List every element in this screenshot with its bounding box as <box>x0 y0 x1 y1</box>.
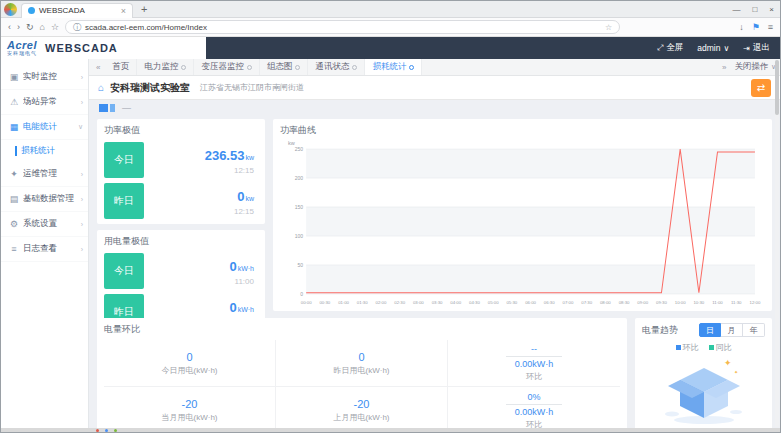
sidebar-item-日志查看[interactable]: ≡日志查看› <box>1 237 88 262</box>
range-switcher: 日月年 <box>699 323 765 337</box>
tab-scroll-right-icon[interactable]: » <box>719 63 729 72</box>
svg-text:✦: ✦ <box>734 369 738 375</box>
menu-icon[interactable]: ≡ <box>768 22 773 32</box>
tab-label: 首页 <box>112 61 129 73</box>
sidebar-item-label: 日志查看 <box>23 243 81 255</box>
collapse-dash[interactable]: — <box>122 103 131 113</box>
tab-close-icon[interactable] <box>247 65 252 70</box>
svg-text:02:30: 02:30 <box>394 300 405 305</box>
tab-电力监控[interactable]: 电力监控 <box>137 59 194 75</box>
monitor-icon: ▣ <box>9 72 19 82</box>
switch-icon: ⇄ <box>757 82 765 93</box>
new-tab-button[interactable]: + <box>141 3 147 15</box>
trend-legend: 环比同比 <box>642 342 765 353</box>
sidebar-item-实时监控[interactable]: ▣实时监控› <box>1 65 88 90</box>
url-text: scada.acrel-eem.com/Home/Index <box>85 23 207 32</box>
cell-value: 0 <box>358 351 364 363</box>
sidebar-item-label: 实时监控 <box>23 71 81 83</box>
cell-label: 上月用电(kW·h) <box>334 412 390 423</box>
power-curve-panel: 功率曲线 050100150200250kw00:0000:3001:0001:… <box>273 119 772 311</box>
svg-text:06:00: 06:00 <box>525 300 536 305</box>
compare-grid: 0今日用电(kW·h)0昨日用电(kW·h)--0.00kW·h环比-20当月用… <box>104 340 620 433</box>
svg-text:03:30: 03:30 <box>432 300 443 305</box>
svg-text:10:30: 10:30 <box>693 300 704 305</box>
logs-icon: ≡ <box>9 244 19 254</box>
range-button-月[interactable]: 月 <box>721 323 743 337</box>
tab-close-icon[interactable] <box>352 65 357 70</box>
page-scrollbar[interactable] <box>775 60 779 427</box>
page-tabs: 首页电力监控变压器监控组态图通讯状态损耗统计 <box>105 59 422 75</box>
svg-text:250: 250 <box>295 146 304 152</box>
taskbar-dot <box>114 429 117 432</box>
logout-icon: ⇥ <box>743 44 750 53</box>
maximize-icon[interactable]: □ <box>752 5 757 14</box>
close-icon[interactable]: × <box>769 5 774 14</box>
blue-square-small-icon[interactable] <box>110 104 115 112</box>
url-bar[interactable]: ⓘ scada.acrel-eem.com/Home/Index ☆ <box>65 20 620 34</box>
sidebar-item-label: 运维管理 <box>23 168 81 180</box>
back-icon[interactable]: ‹ <box>8 22 11 32</box>
close-operations-menu[interactable]: 关闭操作 ∨ <box>735 61 777 73</box>
forward-icon[interactable]: › <box>17 22 20 32</box>
legend-item[interactable]: 同比 <box>709 342 732 353</box>
card-value: 0 <box>229 300 236 315</box>
tab-close-icon[interactable]: × <box>121 6 126 16</box>
refresh-icon[interactable]: ↻ <box>26 22 34 32</box>
sidebar-item-系统设置[interactable]: ⚙系统设置› <box>1 212 88 237</box>
sidebar-item-运维管理[interactable]: ✦运维管理› <box>1 162 88 187</box>
legend-item[interactable]: 环比 <box>676 342 699 353</box>
tab-scroll-left-icon[interactable]: « <box>93 63 103 72</box>
tab-首页[interactable]: 首页 <box>105 59 137 75</box>
user-menu[interactable]: admin ∨ <box>697 43 729 53</box>
range-button-日[interactable]: 日 <box>699 323 721 337</box>
tab-close-icon[interactable] <box>409 65 414 70</box>
sidebar-subitem-损耗统计[interactable]: 损耗统计 <box>1 140 88 162</box>
svg-text:150: 150 <box>295 204 304 210</box>
tab-label: 损耗统计 <box>372 61 406 73</box>
logout-button[interactable]: ⇥ 退出 <box>743 42 770 54</box>
home-icon[interactable]: ⌂ <box>40 22 45 32</box>
svg-text:04:00: 04:00 <box>450 300 461 305</box>
card-time: 12:15 <box>144 207 254 216</box>
tab-损耗统计[interactable]: 损耗统计 <box>365 59 422 75</box>
tab-变压器监控[interactable]: 变压器监控 <box>194 59 260 75</box>
tab-通讯状态[interactable]: 通讯状态 <box>308 59 365 75</box>
sidebar-item-基础数据管理[interactable]: ▤基础数据管理› <box>1 187 88 212</box>
svg-text:07:30: 07:30 <box>581 300 592 305</box>
cell-value: 0 <box>186 351 192 363</box>
ratio-value: -- <box>531 344 537 354</box>
chevron-icon: › <box>81 221 83 228</box>
fullscreen-button[interactable]: ⤢ 全屏 <box>657 42 683 54</box>
download-icon[interactable]: ↓ <box>739 22 744 32</box>
card-unit: kw <box>245 154 254 161</box>
site-info-icon[interactable]: ⓘ <box>73 22 81 33</box>
svg-text:00:30: 00:30 <box>319 300 330 305</box>
tab-组态图[interactable]: 组态图 <box>260 59 309 75</box>
logo-area: Acrel 安科瑞电气 WEBSCADA <box>1 37 206 59</box>
range-button-年[interactable]: 年 <box>743 323 765 337</box>
sidebar-item-电能统计[interactable]: ▦电能统计∨ <box>1 115 88 140</box>
svg-text:06:30: 06:30 <box>544 300 555 305</box>
sidebar-item-label: 基础数据管理 <box>23 193 81 205</box>
tab-close-icon[interactable] <box>181 65 186 70</box>
cell-label: 环比 <box>526 371 542 382</box>
tab-bar-actions: » 关闭操作 ∨ <box>719 61 776 73</box>
ops-icon: ✦ <box>9 169 19 179</box>
scrollbar-thumb[interactable] <box>775 60 779 115</box>
browser-tab[interactable]: WEBSCADA × <box>21 3 133 18</box>
bookmark-star-icon[interactable]: ☆ <box>51 22 59 32</box>
tab-close-icon[interactable] <box>295 65 300 70</box>
favorite-icon[interactable]: ☆ <box>605 23 612 32</box>
sidebar-item-场站异常[interactable]: ⚠场站异常› <box>1 90 88 115</box>
blue-square-icon[interactable] <box>99 104 108 112</box>
translate-flag-icon[interactable]: ⚑ <box>752 22 760 32</box>
browser-logo-icon[interactable] <box>4 3 17 16</box>
active-marker <box>15 146 17 156</box>
svg-text:05:30: 05:30 <box>506 300 517 305</box>
station-switch-button[interactable]: ⇄ <box>751 79 771 97</box>
acrel-logo: Acrel 安科瑞电气 <box>7 40 37 56</box>
content-area: « 首页电力监控变压器监控组态图通讯状态损耗统计 » 关闭操作 ∨ ⌂ 安科瑞测… <box>89 59 780 433</box>
compare-cell: 0今日用电(kW·h) <box>104 340 276 387</box>
extreme-card: 今日0kW·h11:00 <box>104 253 258 289</box>
minimize-icon[interactable]: — <box>732 5 740 14</box>
